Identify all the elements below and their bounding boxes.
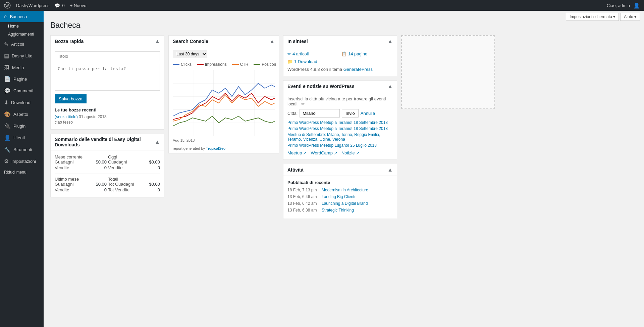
sidebar-item-articoli[interactable]: ✎ Articoli: [0, 38, 44, 50]
sidebar-item-plugin[interactable]: 🔌 Plugin: [0, 120, 44, 132]
post-link[interactable]: Modernism in Architecture: [322, 188, 368, 192]
sidebar-item-pagine[interactable]: 📄 Pagine: [0, 73, 44, 85]
notizie-link[interactable]: Notizie ↗: [341, 150, 360, 155]
legend-position-label: Position: [262, 62, 276, 67]
bozza-content-preview: ciao fesso: [55, 120, 160, 125]
meetup-link[interactable]: Meetup ↗: [287, 150, 307, 155]
svg-text:W: W: [5, 4, 9, 8]
appearance-icon: 🎨: [4, 111, 11, 118]
home-icon: ⌂: [4, 13, 7, 19]
legend-ctr-label: CTR: [240, 62, 249, 67]
in-sintesi-toggle[interactable]: ▲: [387, 38, 393, 44]
list-item: Vendite 0: [55, 187, 107, 192]
annulla-button[interactable]: Annulla: [361, 111, 375, 116]
bozze-recenti-title: Le tue bozze recenti: [55, 107, 160, 112]
eventi-toggle[interactable]: ▲: [387, 83, 393, 89]
pages-count-icon: 📋: [341, 51, 347, 56]
eventi-title: Eventi e notizie su WordPress: [287, 84, 355, 89]
comments-icon: 💬: [55, 3, 60, 8]
articoli-link[interactable]: ✏ 4 articoli: [287, 51, 339, 56]
bozza-date: 31 agosto 2018: [79, 114, 107, 119]
sommario-toggle[interactable]: ▲: [155, 139, 160, 145]
legend-impressions: Impressions: [197, 62, 227, 67]
search-console-widget: Search Console ▲ Last 30 days Last 7 day…: [168, 35, 279, 153]
list-item: Guadagni $0.00: [108, 159, 160, 165]
sintesi-theme-text: WordPress 4.9.8 con il tema GeneratePres…: [287, 67, 393, 72]
sidebar: ⌂ Bacheca Home Aggiornamenti ✎ Articoli …: [0, 11, 44, 327]
sidebar-item-impostazioni[interactable]: ⚙ Impostazioni: [0, 155, 44, 167]
comments-button[interactable]: 💬 0: [55, 3, 64, 8]
eventi-widget: Eventi e notizie su WordPress ▲ Inserisc…: [283, 80, 397, 160]
post-link[interactable]: Launching a Digital Brand: [322, 201, 368, 206]
sommario-vendite-widget: Sommario delle vendite di Easy Digital D…: [50, 134, 164, 197]
sidebar-subitem-aggiornamenti[interactable]: Aggiornamenti: [0, 30, 44, 38]
salva-bozza-button[interactable]: Salva bozza: [55, 94, 87, 103]
sidebar-item-download[interactable]: ⬇ Download: [0, 97, 44, 108]
invio-label: Invio: [345, 111, 355, 116]
new-content-button[interactable]: + Nuovo: [70, 3, 87, 8]
list-item: Tot Guadagni $0.00: [108, 182, 160, 187]
sidebar-item-commenti[interactable]: 💬 Commenti: [0, 85, 44, 97]
list-item: Tot Vendite 0: [108, 187, 160, 192]
wp-logo-button[interactable]: W: [4, 2, 11, 9]
aiuto-button[interactable]: Aiuto ▾: [620, 13, 640, 21]
bozza-link[interactable]: (senza titolo): [55, 114, 78, 119]
list-item: Vendite 0: [55, 165, 107, 170]
pagine-link[interactable]: 📋 14 pagine: [341, 51, 393, 56]
period-select[interactable]: Last 30 days Last 7 days Last 90 days: [173, 50, 207, 58]
list-item: 18 Feb, 7:13 pm Modernism in Architectur…: [287, 188, 393, 192]
pubblicati-recente-title: Pubblicati di recente: [287, 180, 393, 185]
placeholder-widget: [401, 35, 495, 109]
wordcamp-link[interactable]: WordCamp ↗: [311, 150, 337, 155]
tropicalseo-link[interactable]: TropicalSeo: [206, 146, 225, 150]
position-color-dot: [254, 64, 260, 65]
pub-date: 13 Feb, 6:38 am: [287, 208, 318, 213]
aiuto-label: Aiuto: [624, 14, 633, 19]
invio-button[interactable]: Invio: [342, 109, 358, 118]
pagine-count: 14 pagine: [348, 51, 367, 56]
event-link[interactable]: Primo WordPress Meetup a Teramo! 18 Sett…: [287, 120, 393, 125]
list-item: Guadagni $0.00: [55, 182, 107, 187]
attivita-title: Attività: [287, 167, 303, 173]
sidebar-item-strumenti[interactable]: 🔧 Strumenti: [0, 144, 44, 155]
edit-icon: ✎: [4, 41, 8, 47]
attivita-widget: Attività ▲ Pubblicati di recente 18 Feb,…: [283, 164, 397, 219]
city-input[interactable]: [300, 109, 340, 118]
schermata-button[interactable]: Impostazioni schermata ▾: [566, 13, 619, 21]
download-count-link[interactable]: 📁 1 Download: [287, 59, 339, 64]
external-icon: ↗: [303, 150, 307, 155]
attivita-toggle[interactable]: ▲: [387, 167, 393, 173]
sidebar-subitem-home[interactable]: Home: [0, 22, 44, 30]
post-link[interactable]: Strategic Thinking: [322, 208, 354, 213]
event-link[interactable]: Meetup di Settembre: Milano, Torino, Reg…: [287, 132, 393, 142]
chart-legend: Clicks Impressions CTR Position: [173, 62, 275, 67]
download-count: 1 Download: [294, 59, 317, 64]
sidebar-item-dashy[interactable]: ▤ Dashy Lite: [0, 50, 44, 62]
search-console-toggle[interactable]: ▲: [269, 38, 275, 44]
bozza-title-input[interactable]: [55, 51, 160, 61]
sidebar-item-aspetto[interactable]: 🎨 Aspetto: [0, 108, 44, 120]
theme-link[interactable]: GeneratePress: [343, 67, 373, 72]
legend-clicks: Clicks: [173, 62, 192, 67]
list-item: Guadagni $0.00: [55, 159, 107, 165]
oggi-label: Oggi: [108, 154, 160, 159]
sidebar-item-utenti[interactable]: 👤 Utenti: [0, 132, 44, 144]
sidebar-collapse-button[interactable]: Riduci menu: [0, 167, 44, 177]
site-name-button[interactable]: DashyWordpress: [16, 3, 49, 8]
comments-count: 0: [62, 3, 64, 8]
sidebar-utenti-label: Utenti: [13, 135, 25, 140]
sidebar-item-bacheca[interactable]: ⌂ Bacheca: [0, 11, 44, 22]
event-link[interactable]: Primo WordPress Meetup a Teramo! 18 Sett…: [287, 126, 393, 131]
event-link[interactable]: Primo WordPress Meetup Lugano! 25 Luglio…: [287, 143, 393, 148]
admin-bar: W DashyWordpress 💬 0 + Nuovo Ciao, admin…: [0, 0, 644, 11]
external-icon: ↗: [334, 150, 337, 155]
sidebar-commenti-label: Commenti: [13, 88, 33, 93]
external-links: Meetup ↗ WordCamp ↗ Notizie ↗: [287, 150, 393, 155]
list-item: (senza titolo) 31 agosto 2018: [55, 114, 160, 119]
sidebar-item-media[interactable]: 🖼 Media: [0, 62, 44, 73]
bozza-content-textarea[interactable]: [55, 64, 160, 91]
download-count-icon: 📁: [287, 59, 293, 64]
pencil-icon: ✏: [287, 51, 291, 56]
post-link[interactable]: Landing Big Clients: [322, 194, 356, 199]
bozza-rapida-toggle[interactable]: ▲: [155, 38, 160, 44]
